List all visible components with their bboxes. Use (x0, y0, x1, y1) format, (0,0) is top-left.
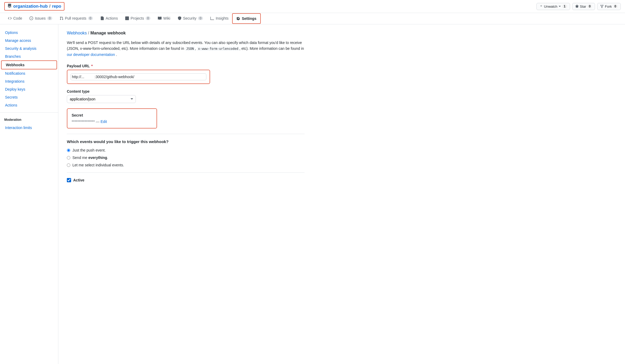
description-period: . (116, 52, 117, 57)
tab-projects-count: 0 (146, 16, 151, 20)
secret-value: **************** — Edit (72, 119, 152, 124)
repo-org: organization-hub (13, 4, 48, 9)
tab-settings[interactable]: Settings (232, 13, 261, 24)
content-type-label: Content type (67, 89, 305, 94)
repo-breadcrumb[interactable]: organization-hub / repo (4, 2, 64, 11)
sidebar-item-branches[interactable]: Branches (0, 52, 58, 60)
tab-code[interactable]: Code (4, 13, 26, 24)
tab-insights[interactable]: Insights (207, 13, 232, 24)
radio-group: Just the push event. Send me everything.… (67, 148, 305, 167)
radio-just-push-label: Just the push event. (72, 148, 106, 152)
topbar-actions: Unwatch 1 Star 0 Fork 0 (536, 3, 621, 10)
content-type-group: Content type application/json applicatio… (67, 89, 305, 103)
nav-tabs: Code Issues 0 Pull requests 0 Actions Pr… (0, 13, 625, 24)
tab-security-count: 0 (198, 16, 203, 20)
secret-box: Secret **************** — Edit (67, 108, 157, 128)
main-content: Webhooks / Manage webhook We'll send a P… (58, 24, 313, 364)
star-count: 0 (587, 5, 592, 8)
breadcrumb-sep: / (88, 31, 90, 35)
payload-url-box (67, 70, 210, 84)
star-label: Star (580, 5, 586, 8)
repo-icon (7, 4, 12, 9)
unwatch-label: Unwatch (544, 5, 558, 8)
radio-just-push-input[interactable] (67, 149, 70, 152)
tab-issues-label: Issues (35, 16, 45, 20)
fork-count: 0 (613, 5, 618, 8)
tab-security-label: Security (183, 16, 197, 20)
sidebar-item-webhooks[interactable]: Webhooks (1, 60, 57, 69)
sidebar-item-actions[interactable]: Actions (0, 101, 58, 109)
tab-settings-label: Settings (242, 16, 256, 21)
breadcrumb-webhooks-link[interactable]: Webhooks (67, 31, 87, 35)
tab-pr-label: Pull requests (65, 16, 86, 20)
active-section: Active (67, 178, 305, 182)
repo-name: repo (52, 4, 61, 9)
tab-projects-label: Projects (131, 16, 144, 20)
sidebar-item-security-analysis[interactable]: Security & analysis (0, 45, 58, 52)
tab-code-label: Code (13, 16, 22, 20)
active-label: Active (73, 178, 84, 182)
tab-actions-label: Actions (106, 16, 118, 20)
breadcrumb: Webhooks / Manage webhook (67, 31, 305, 35)
tab-projects[interactable]: Projects 0 (121, 13, 154, 24)
radio-individual-input[interactable] (67, 163, 70, 167)
required-star: * (91, 64, 93, 68)
fork-button[interactable]: Fork 0 (597, 3, 621, 10)
sidebar-item-secrets[interactable]: Secrets (0, 93, 58, 101)
unwatch-button[interactable]: Unwatch 1 (536, 3, 570, 10)
radio-everything-label: Send me everything. (72, 156, 108, 160)
tab-wiki-label: Wiki (163, 16, 170, 20)
sidebar-item-notifications[interactable]: Notifications (0, 69, 58, 77)
section-divider (67, 134, 305, 134)
section-divider-2 (67, 172, 305, 173)
payload-url-group: Payload URL * (67, 64, 305, 84)
secret-label: Secret (72, 113, 152, 117)
sidebar-moderation-section: Moderation Interaction limits (0, 116, 58, 132)
radio-just-push[interactable]: Just the push event. (67, 148, 305, 152)
radio-individual[interactable]: Let me select individual events. (67, 163, 305, 167)
unwatch-count: 1 (562, 5, 567, 8)
sidebar-main-section: Options Manage access Security & analysi… (0, 29, 58, 109)
tab-wiki[interactable]: Wiki (154, 13, 174, 24)
content-type-select[interactable]: application/json application/x-www-form-… (67, 95, 136, 103)
topbar: organization-hub / repo Unwatch 1 Star 0… (0, 0, 625, 13)
radio-everything-input[interactable] (67, 156, 70, 159)
description-code-urlencoded: x-www-form-urlencoded (197, 47, 240, 51)
sidebar-item-deploy-keys[interactable]: Deploy keys (0, 85, 58, 93)
secret-dots: **************** (72, 119, 95, 124)
tab-pull-requests[interactable]: Pull requests 0 (56, 13, 97, 24)
tab-issues-count: 0 (47, 16, 52, 20)
tab-security[interactable]: Security 0 (174, 13, 207, 24)
star-button[interactable]: Star 0 (572, 3, 595, 10)
active-checkbox[interactable] (67, 178, 71, 182)
sidebar-item-interaction-limits[interactable]: Interaction limits (0, 124, 58, 132)
fork-label: Fork (605, 5, 612, 8)
secret-edit-link[interactable]: Edit (101, 119, 107, 124)
topbar-left: organization-hub / repo (4, 2, 64, 11)
sidebar-moderation-title: Moderation (0, 116, 58, 124)
description-code-json: JSON (185, 47, 195, 51)
breadcrumb-current: Manage webhook (90, 31, 126, 35)
developer-docs-link[interactable]: our developer documentation (67, 52, 115, 57)
description-text: We'll send a POST request to the URL bel… (67, 40, 305, 57)
sidebar-divider (0, 112, 58, 113)
payload-url-label: Payload URL * (67, 64, 305, 68)
payload-url-input[interactable] (71, 73, 206, 80)
main-layout: Options Manage access Security & analysi… (0, 24, 625, 364)
sidebar-item-options[interactable]: Options (0, 29, 58, 37)
description-etc: etc). More information can be found in (241, 46, 304, 51)
tab-insights-label: Insights (216, 16, 228, 20)
sidebar-item-integrations[interactable]: Integrations (0, 77, 58, 85)
radio-individual-label: Let me select individual events. (72, 163, 124, 167)
events-title: Which events would you like to trigger t… (67, 139, 305, 144)
tab-actions[interactable]: Actions (97, 13, 121, 24)
sidebar: Options Manage access Security & analysi… (0, 24, 58, 364)
repo-sep: / (49, 4, 50, 9)
tab-issues[interactable]: Issues 0 (26, 13, 56, 24)
tab-pr-count: 0 (88, 16, 93, 20)
sidebar-item-manage-access[interactable]: Manage access (0, 37, 58, 45)
secret-dash: — (96, 119, 101, 124)
radio-send-everything[interactable]: Send me everything. (67, 156, 305, 160)
